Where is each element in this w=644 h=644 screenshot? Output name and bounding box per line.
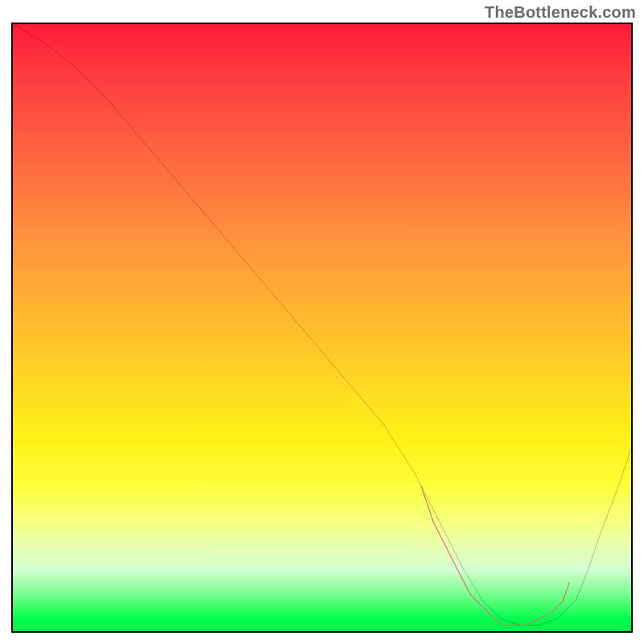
watermark-text: TheBottleneck.com	[485, 3, 636, 22]
bottleneck-curve	[13, 24, 631, 625]
highlight-segment	[421, 485, 569, 625]
plot-frame	[11, 23, 633, 633]
chart-svg	[13, 24, 631, 631]
